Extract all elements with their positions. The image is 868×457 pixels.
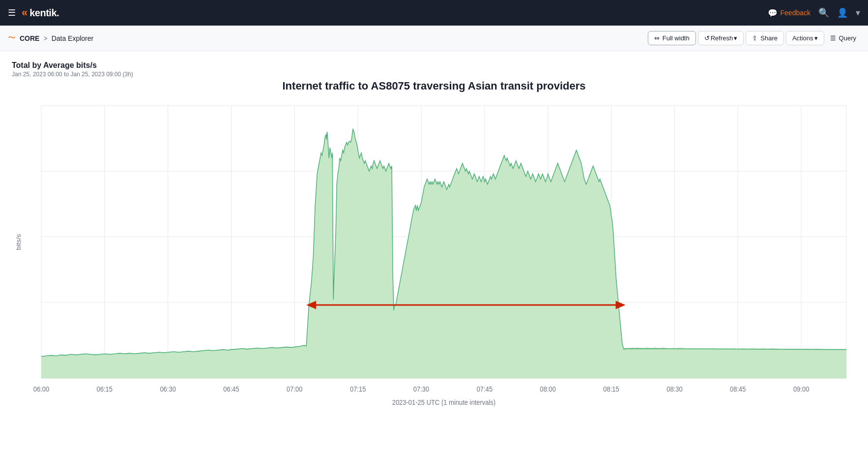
- svg-text:06:00: 06:00: [33, 386, 49, 393]
- chart-center-title: Internet traffic to AS8075 traversing As…: [12, 80, 856, 92]
- svg-marker-21: [616, 301, 626, 309]
- feedback-label: Feedback: [781, 9, 810, 17]
- svg-text:08:30: 08:30: [666, 386, 682, 393]
- svg-text:07:00: 07:00: [287, 386, 302, 393]
- full-width-icon: ⇔: [654, 34, 660, 42]
- chart-svg: .grid-line { stroke: #e5e7eb; stroke-wid…: [12, 100, 856, 415]
- chart-date-range: Jan 25, 2023 06:00 to Jan 25, 2023 09:00…: [12, 71, 856, 78]
- chart-title: Total by Average bits/s: [12, 61, 856, 70]
- logo[interactable]: « kentik.: [22, 6, 59, 19]
- feedback-icon: 💬: [768, 8, 778, 18]
- activity-icon: 〜: [8, 33, 16, 43]
- toolbar: ⇔ Full width ↺ Refresh ▾ ⇧ Share Actions…: [648, 31, 860, 45]
- nav-right: 💬 Feedback 🔍 👤 ▾: [768, 7, 860, 18]
- user-icon[interactable]: 👤: [837, 7, 848, 18]
- svg-text:06:30: 06:30: [160, 386, 175, 393]
- sub-navigation: 〜 CORE > Data Explorer ⇔ Full width ↺ Re…: [0, 26, 868, 51]
- svg-text:2023-01-25 UTC (1 minute inter: 2023-01-25 UTC (1 minute intervals): [392, 398, 496, 406]
- actions-label: Actions: [792, 34, 813, 42]
- svg-text:07:45: 07:45: [477, 386, 492, 393]
- breadcrumb: 〜 CORE > Data Explorer: [8, 33, 93, 43]
- svg-text:06:45: 06:45: [223, 386, 239, 393]
- refresh-dropdown-icon: ▾: [734, 34, 737, 42]
- full-width-label: Full width: [663, 34, 690, 42]
- hamburger-menu[interactable]: ☰: [8, 7, 16, 18]
- share-button[interactable]: ⇧ Share: [746, 31, 784, 45]
- svg-text:08:45: 08:45: [730, 386, 746, 393]
- refresh-icon: ↺: [704, 34, 710, 42]
- refresh-label: Refresh: [711, 34, 733, 42]
- breadcrumb-core[interactable]: CORE: [20, 34, 39, 42]
- breadcrumb-current-page: Data Explorer: [52, 34, 94, 42]
- svg-text:09:00: 09:00: [793, 386, 809, 393]
- query-label: Query: [839, 34, 856, 42]
- feedback-button[interactable]: 💬 Feedback: [768, 8, 810, 18]
- search-icon[interactable]: 🔍: [818, 7, 829, 18]
- full-width-button[interactable]: ⇔ Full width: [648, 31, 696, 45]
- svg-text:08:15: 08:15: [603, 386, 619, 393]
- logo-text: kentik.: [29, 7, 59, 19]
- svg-text:07:15: 07:15: [350, 386, 366, 393]
- query-button[interactable]: ☰ Query: [826, 31, 860, 45]
- svg-text:07:30: 07:30: [413, 386, 429, 393]
- chart-header: Total by Average bits/s Jan 25, 2023 06:…: [12, 61, 856, 78]
- breadcrumb-separator: >: [43, 34, 47, 42]
- query-icon: ☰: [830, 34, 836, 42]
- refresh-button[interactable]: ↺ Refresh ▾: [698, 31, 744, 45]
- logo-chevrons-icon: «: [22, 6, 28, 19]
- share-icon: ⇧: [752, 34, 757, 42]
- actions-dropdown-icon: ▾: [814, 34, 818, 42]
- svg-text:bits/s: bits/s: [15, 234, 22, 250]
- svg-text:08:00: 08:00: [540, 386, 555, 393]
- actions-button[interactable]: Actions ▾: [786, 31, 824, 45]
- svg-text:06:15: 06:15: [97, 386, 113, 393]
- nav-left: ☰ « kentik.: [8, 6, 59, 19]
- top-navigation: ☰ « kentik. 💬 Feedback 🔍 👤 ▾: [0, 0, 868, 26]
- share-label: Share: [760, 34, 778, 42]
- chart-container[interactable]: .grid-line { stroke: #e5e7eb; stroke-wid…: [12, 100, 856, 415]
- user-dropdown-icon[interactable]: ▾: [856, 7, 860, 18]
- main-content: Total by Average bits/s Jan 25, 2023 06:…: [0, 51, 868, 415]
